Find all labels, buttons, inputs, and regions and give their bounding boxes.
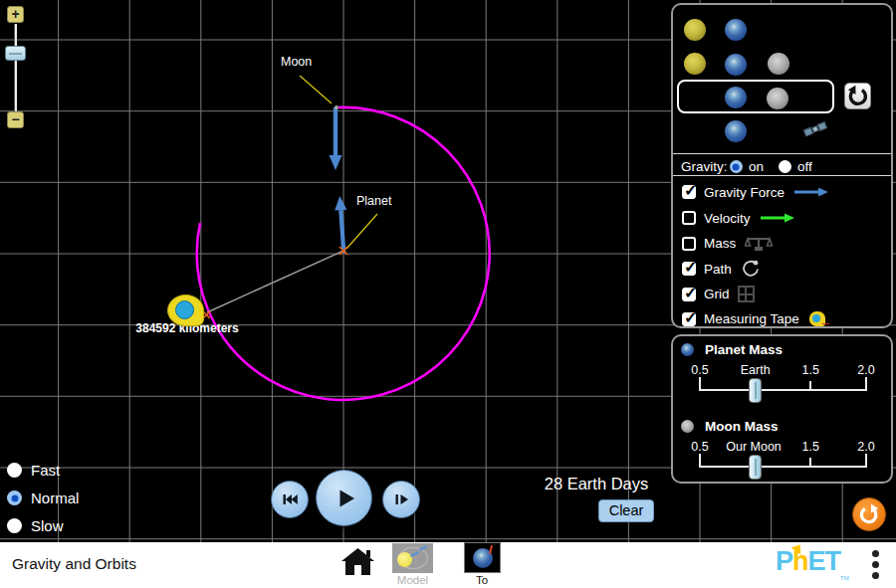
tick-label: 2.0 xyxy=(857,363,874,377)
normal-radio[interactable] xyxy=(7,490,22,505)
reset-all-button[interactable] xyxy=(852,497,886,531)
tick-mark xyxy=(865,454,867,467)
checkbox-label: Grid xyxy=(704,287,730,301)
clear-button[interactable]: Clear xyxy=(598,499,654,522)
phet-logo-tm: TM xyxy=(840,575,849,581)
moon-icon xyxy=(681,420,694,433)
measuring-tape-line xyxy=(207,251,343,312)
checkbox-label: Measuring Tape xyxy=(704,311,799,326)
fast-radio[interactable] xyxy=(7,463,22,478)
planet-label: Planet xyxy=(356,194,391,208)
tick-mark xyxy=(699,377,701,390)
tick-mark xyxy=(809,381,811,390)
screen-button-to-scale[interactable]: To Scale xyxy=(461,542,503,588)
moon-icon xyxy=(767,88,788,109)
earth-icon xyxy=(725,120,747,142)
divider xyxy=(673,153,891,154)
planet-mass-header: Planet Mass xyxy=(681,342,783,357)
screen-label: Model xyxy=(392,574,433,586)
speed-option-slow[interactable]: Slow xyxy=(7,517,64,534)
earth-icon xyxy=(725,19,747,41)
measuring-tape-icon xyxy=(809,311,825,326)
earth-icon xyxy=(725,87,747,108)
simulation-stage: Moon Planet 384592 kilometers + − xyxy=(0,0,896,588)
screen-button-model[interactable]: Model xyxy=(392,543,433,586)
gravity-on-radio[interactable] xyxy=(730,160,743,173)
sun-icon xyxy=(684,19,706,41)
phet-logo-p: P xyxy=(776,546,792,576)
tick-label: 0.5 xyxy=(691,440,708,454)
speed-label: Fast xyxy=(31,462,60,479)
grid-checkbox[interactable] xyxy=(682,288,696,301)
checkbox-row-path[interactable]: Path xyxy=(682,259,761,279)
checkbox-row-grid[interactable]: Grid xyxy=(682,285,755,304)
tick-label: 0.5 xyxy=(691,363,708,377)
step-forward-button[interactable] xyxy=(382,481,420,518)
phet-logo[interactable]: PhETTM xyxy=(776,546,849,581)
time-readout: 28 Earth Days xyxy=(538,475,655,493)
gravity-force-arrow-icon xyxy=(793,187,829,197)
scene-option-sun-earth[interactable] xyxy=(673,18,891,50)
planet-mass-handle[interactable] xyxy=(749,378,762,403)
gravity-off-label[interactable]: off xyxy=(797,159,812,174)
checkbox-row-velocity[interactable]: Velocity xyxy=(682,208,795,228)
moon-body[interactable] xyxy=(335,105,338,109)
screen-label: To Scale xyxy=(461,574,503,588)
moon-mass-track[interactable] xyxy=(699,466,867,468)
velocity-arrow-icon xyxy=(760,213,795,223)
divider xyxy=(673,175,891,176)
gravity-label: Gravity: xyxy=(681,159,728,174)
speed-label: Slow xyxy=(31,517,64,534)
speed-label: Normal xyxy=(31,490,79,506)
scene-option-earth-satellite[interactable] xyxy=(673,120,891,152)
tick-mark xyxy=(809,458,811,467)
tape-spool xyxy=(175,300,194,319)
home-button[interactable] xyxy=(341,548,374,575)
moon-callout-line xyxy=(300,76,332,103)
scene-reset-button[interactable] xyxy=(844,83,871,109)
play-icon xyxy=(331,485,358,512)
planet-gravity-arrow xyxy=(335,196,346,250)
zoom-slider-handle[interactable] xyxy=(5,46,26,61)
gravity-off-radio[interactable] xyxy=(779,160,791,173)
speed-option-fast[interactable]: Fast xyxy=(7,462,60,479)
home-icon xyxy=(341,548,374,575)
mass-checkbox[interactable] xyxy=(682,237,696,251)
moon-label: Moon xyxy=(281,55,312,69)
checkbox-row-mass[interactable]: Mass xyxy=(682,234,773,254)
tick-label: Earth xyxy=(741,363,771,377)
planet-mass-track[interactable] xyxy=(699,389,867,391)
moon-mass-title: Moon Mass xyxy=(705,419,779,434)
tick-label: Our Moon xyxy=(726,440,782,454)
checkbox-label: Path xyxy=(704,262,732,277)
slow-radio[interactable] xyxy=(7,518,22,533)
gravity-force-checkbox[interactable] xyxy=(682,185,696,199)
checkbox-row-measuring-tape[interactable]: Measuring Tape xyxy=(682,309,825,329)
navbar: Gravity and Orbits xyxy=(0,542,896,588)
zoom-slider-track[interactable] xyxy=(14,24,17,112)
tick-label: 1.5 xyxy=(802,440,819,454)
zoom-in-button[interactable]: + xyxy=(7,6,24,23)
measuring-tape-checkbox[interactable] xyxy=(682,312,696,326)
step-forward-icon xyxy=(391,490,411,509)
measuring-tape-reel[interactable] xyxy=(167,294,204,326)
rewind-button[interactable] xyxy=(271,481,309,518)
path-curve-icon xyxy=(741,260,761,278)
zoom-out-button[interactable]: − xyxy=(7,111,24,128)
phet-menu-button[interactable] xyxy=(870,550,880,583)
moon-mass-handle[interactable] xyxy=(749,455,762,480)
checkbox-label: Mass xyxy=(704,236,736,251)
to-scale-thumbnail xyxy=(464,542,501,573)
play-button[interactable] xyxy=(316,470,372,526)
checkbox-row-gravity-force[interactable]: Gravity Force xyxy=(682,182,829,202)
velocity-checkbox[interactable] xyxy=(682,211,696,225)
tick-mark xyxy=(865,377,867,390)
speed-option-normal[interactable]: Normal xyxy=(7,490,79,506)
path-checkbox[interactable] xyxy=(682,262,696,276)
reset-arrow-icon xyxy=(857,502,881,526)
gravity-on-label[interactable]: on xyxy=(749,159,764,174)
phet-logo-et: ET xyxy=(808,546,841,576)
undo-arrow-icon xyxy=(845,84,870,108)
sun-icon xyxy=(684,53,706,75)
rewind-icon xyxy=(280,490,300,509)
